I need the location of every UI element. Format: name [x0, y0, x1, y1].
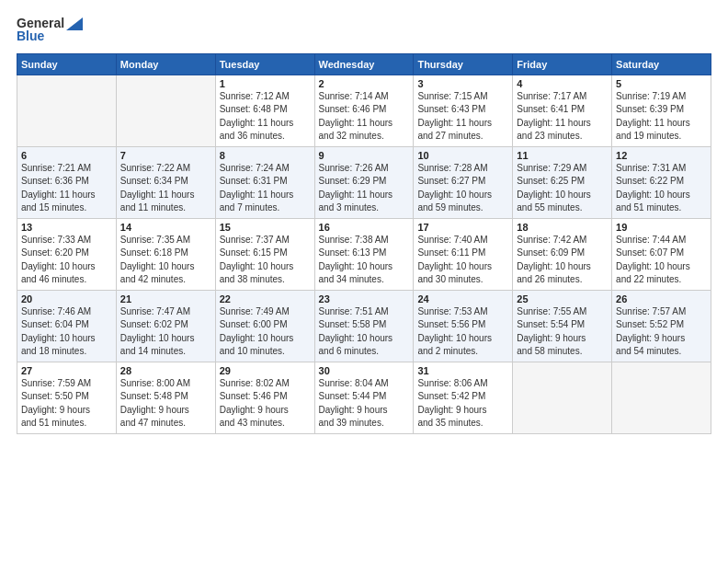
day-info: Sunrise: 7:28 AM Sunset: 6:27 PM Dayligh… — [417, 162, 508, 215]
day-info: Sunrise: 7:26 AM Sunset: 6:29 PM Dayligh… — [319, 162, 410, 215]
calendar-header-tuesday: Tuesday — [215, 53, 314, 75]
calendar-day-cell: 28Sunrise: 8:00 AM Sunset: 5:48 PM Dayli… — [116, 362, 215, 433]
day-info: Sunrise: 8:00 AM Sunset: 5:48 PM Dayligh… — [120, 377, 211, 431]
calendar-day-cell: 15Sunrise: 7:37 AM Sunset: 6:15 PM Dayli… — [215, 218, 314, 290]
calendar-day-cell — [116, 75, 215, 146]
day-info: Sunrise: 7:53 AM Sunset: 5:56 PM Dayligh… — [417, 305, 508, 359]
calendar-header-monday: Monday — [116, 53, 215, 75]
calendar-day-cell: 7Sunrise: 7:22 AM Sunset: 6:34 PM Daylig… — [116, 146, 215, 218]
calendar-day-cell — [513, 362, 612, 433]
calendar-day-cell: 3Sunrise: 7:15 AM Sunset: 6:43 PM Daylig… — [414, 75, 513, 146]
day-number: 3 — [417, 78, 508, 89]
day-number: 31 — [417, 365, 508, 376]
calendar-day-cell: 14Sunrise: 7:35 AM Sunset: 6:18 PM Dayli… — [116, 218, 215, 290]
calendar-day-cell: 8Sunrise: 7:24 AM Sunset: 6:31 PM Daylig… — [215, 146, 314, 218]
calendar-week-row: 1Sunrise: 7:12 AM Sunset: 6:48 PM Daylig… — [17, 75, 711, 146]
day-info: Sunrise: 7:42 AM Sunset: 6:09 PM Dayligh… — [517, 234, 608, 287]
day-info: Sunrise: 7:44 AM Sunset: 6:07 PM Dayligh… — [616, 234, 707, 287]
calendar-day-cell — [612, 362, 711, 433]
day-number: 17 — [417, 222, 508, 233]
calendar-day-cell: 23Sunrise: 7:51 AM Sunset: 5:58 PM Dayli… — [314, 290, 414, 362]
day-info: Sunrise: 7:40 AM Sunset: 6:11 PM Dayligh… — [417, 234, 508, 287]
calendar-day-cell: 19Sunrise: 7:44 AM Sunset: 6:07 PM Dayli… — [612, 218, 711, 290]
day-number: 2 — [319, 78, 410, 89]
day-info: Sunrise: 7:35 AM Sunset: 6:18 PM Dayligh… — [120, 234, 211, 287]
logo-blue: Blue — [17, 29, 44, 43]
day-info: Sunrise: 7:29 AM Sunset: 6:25 PM Dayligh… — [517, 162, 608, 215]
day-number: 16 — [319, 222, 410, 233]
calendar-day-cell: 2Sunrise: 7:14 AM Sunset: 6:46 PM Daylig… — [314, 75, 414, 146]
day-number: 23 — [319, 293, 410, 304]
calendar-day-cell: 20Sunrise: 7:46 AM Sunset: 6:04 PM Dayli… — [17, 290, 117, 362]
day-info: Sunrise: 7:19 AM Sunset: 6:39 PM Dayligh… — [616, 90, 707, 144]
day-info: Sunrise: 7:55 AM Sunset: 5:54 PM Dayligh… — [517, 305, 608, 359]
day-info: Sunrise: 7:33 AM Sunset: 6:20 PM Dayligh… — [21, 234, 112, 287]
calendar: SundayMondayTuesdayWednesdayThursdayFrid… — [17, 53, 711, 434]
day-number: 11 — [517, 150, 608, 161]
calendar-day-cell: 18Sunrise: 7:42 AM Sunset: 6:09 PM Dayli… — [513, 218, 612, 290]
day-number: 29 — [220, 365, 311, 376]
day-number: 28 — [120, 365, 211, 376]
day-number: 27 — [21, 365, 112, 376]
calendar-day-cell: 10Sunrise: 7:28 AM Sunset: 6:27 PM Dayli… — [414, 146, 513, 218]
day-number: 10 — [417, 150, 508, 161]
calendar-day-cell: 1Sunrise: 7:12 AM Sunset: 6:48 PM Daylig… — [215, 75, 314, 146]
day-info: Sunrise: 7:59 AM Sunset: 5:50 PM Dayligh… — [21, 377, 112, 431]
day-info: Sunrise: 7:49 AM Sunset: 6:00 PM Dayligh… — [220, 305, 311, 359]
calendar-day-cell — [17, 75, 117, 146]
day-info: Sunrise: 7:57 AM Sunset: 5:52 PM Dayligh… — [616, 305, 707, 359]
calendar-header-friday: Friday — [513, 53, 612, 75]
calendar-day-cell: 5Sunrise: 7:19 AM Sunset: 6:39 PM Daylig… — [612, 75, 711, 146]
calendar-week-row: 27Sunrise: 7:59 AM Sunset: 5:50 PM Dayli… — [17, 362, 711, 433]
calendar-day-cell: 27Sunrise: 7:59 AM Sunset: 5:50 PM Dayli… — [17, 362, 117, 433]
day-number: 6 — [21, 150, 112, 161]
day-number: 5 — [616, 78, 707, 89]
calendar-day-cell: 16Sunrise: 7:38 AM Sunset: 6:13 PM Dayli… — [314, 218, 414, 290]
day-number: 18 — [517, 222, 608, 233]
day-number: 24 — [417, 293, 508, 304]
calendar-day-cell: 22Sunrise: 7:49 AM Sunset: 6:00 PM Dayli… — [215, 290, 314, 362]
day-info: Sunrise: 7:37 AM Sunset: 6:15 PM Dayligh… — [220, 234, 311, 287]
day-number: 30 — [319, 365, 410, 376]
calendar-day-cell: 9Sunrise: 7:26 AM Sunset: 6:29 PM Daylig… — [314, 146, 414, 218]
calendar-day-cell: 29Sunrise: 8:02 AM Sunset: 5:46 PM Dayli… — [215, 362, 314, 433]
logo-triangle-icon — [66, 17, 83, 30]
calendar-day-cell: 21Sunrise: 7:47 AM Sunset: 6:02 PM Dayli… — [116, 290, 215, 362]
day-info: Sunrise: 7:22 AM Sunset: 6:34 PM Dayligh… — [120, 162, 211, 215]
day-number: 12 — [616, 150, 707, 161]
day-number: 15 — [220, 222, 311, 233]
calendar-header-sunday: Sunday — [17, 53, 117, 75]
calendar-day-cell: 6Sunrise: 7:21 AM Sunset: 6:36 PM Daylig… — [17, 146, 117, 218]
calendar-header-row: SundayMondayTuesdayWednesdayThursdayFrid… — [17, 53, 711, 75]
calendar-header-wednesday: Wednesday — [314, 53, 414, 75]
svg-marker-0 — [66, 17, 83, 30]
day-info: Sunrise: 7:12 AM Sunset: 6:48 PM Dayligh… — [220, 90, 311, 144]
calendar-header-saturday: Saturday — [612, 53, 711, 75]
day-number: 20 — [21, 293, 112, 304]
day-number: 21 — [120, 293, 211, 304]
day-info: Sunrise: 7:21 AM Sunset: 6:36 PM Dayligh… — [21, 162, 112, 215]
day-number: 22 — [220, 293, 311, 304]
day-info: Sunrise: 7:47 AM Sunset: 6:02 PM Dayligh… — [120, 305, 211, 359]
day-info: Sunrise: 7:17 AM Sunset: 6:41 PM Dayligh… — [517, 90, 608, 144]
day-number: 7 — [120, 150, 211, 161]
day-info: Sunrise: 8:06 AM Sunset: 5:42 PM Dayligh… — [417, 377, 508, 431]
day-info: Sunrise: 8:02 AM Sunset: 5:46 PM Dayligh… — [220, 377, 311, 431]
day-info: Sunrise: 8:04 AM Sunset: 5:44 PM Dayligh… — [319, 377, 410, 431]
day-number: 8 — [220, 150, 311, 161]
calendar-week-row: 13Sunrise: 7:33 AM Sunset: 6:20 PM Dayli… — [17, 218, 711, 290]
day-number: 1 — [220, 78, 311, 89]
calendar-day-cell: 12Sunrise: 7:31 AM Sunset: 6:22 PM Dayli… — [612, 146, 711, 218]
calendar-day-cell: 26Sunrise: 7:57 AM Sunset: 5:52 PM Dayli… — [612, 290, 711, 362]
calendar-day-cell: 13Sunrise: 7:33 AM Sunset: 6:20 PM Dayli… — [17, 218, 117, 290]
calendar-day-cell: 11Sunrise: 7:29 AM Sunset: 6:25 PM Dayli… — [513, 146, 612, 218]
day-info: Sunrise: 7:24 AM Sunset: 6:31 PM Dayligh… — [220, 162, 311, 215]
logo-text-block: General Blue — [17, 17, 83, 44]
logo: General Blue — [17, 17, 83, 44]
day-info: Sunrise: 7:46 AM Sunset: 6:04 PM Dayligh… — [21, 305, 112, 359]
day-info: Sunrise: 7:38 AM Sunset: 6:13 PM Dayligh… — [319, 234, 410, 287]
day-info: Sunrise: 7:14 AM Sunset: 6:46 PM Dayligh… — [319, 90, 410, 144]
day-number: 13 — [21, 222, 112, 233]
calendar-header-thursday: Thursday — [414, 53, 513, 75]
calendar-day-cell: 24Sunrise: 7:53 AM Sunset: 5:56 PM Dayli… — [414, 290, 513, 362]
